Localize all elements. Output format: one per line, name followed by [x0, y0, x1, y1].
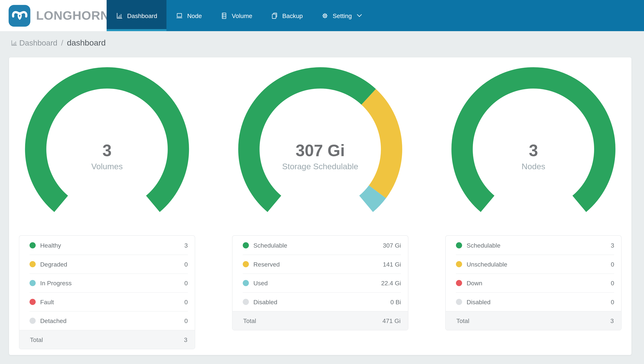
legend-label: Used [254, 280, 268, 286]
legend-label: Detached [40, 317, 66, 324]
top-navbar: LONGHORN Dashboard [0, 0, 644, 31]
legend-row: Unschedulable0 [456, 254, 614, 274]
volumes-gauge-title: Volumes [24, 162, 190, 170]
status-dot-icon [30, 280, 36, 286]
legend-row: Disabled0 Bi [243, 292, 401, 311]
legend-label: Schedulable [254, 242, 288, 248]
legend-total-row: Total 471 Gi [232, 311, 408, 330]
nodes-column: 3 Nodes Schedulable3Unschedulable0Down0D… [445, 66, 622, 355]
status-dot-icon [456, 261, 462, 267]
legend-label: Schedulable [467, 242, 500, 248]
legend-row: Disabled0 [456, 292, 614, 311]
status-dot-icon [30, 299, 36, 305]
nav-item-label: Node [187, 12, 202, 19]
volumes-count: 3 [24, 142, 190, 159]
gauge-arc-segment [36, 78, 178, 204]
dashboard-card: 3 Volumes Healthy3Degraded0In Progress0F… [9, 58, 632, 355]
legend-row: Healthy3 [30, 236, 188, 255]
volumes-legend-table: Healthy3Degraded0In Progress0Fault0Detac… [19, 236, 195, 350]
storage-gauge: 307 Gi Storage Schedulable [238, 66, 403, 232]
bar-chart-icon [11, 39, 18, 46]
legend-value: 0 [184, 317, 188, 324]
legend-row: Schedulable307 Gi [243, 236, 401, 255]
legend-value: 0 [611, 280, 614, 286]
status-dot-icon [243, 280, 249, 286]
nav-item-label: Setting [333, 12, 352, 19]
status-dot-icon [30, 242, 36, 248]
legend-value: 0 [184, 298, 188, 305]
brand-name: LONGHORN [36, 8, 110, 22]
storage-schedulable-value: 307 Gi [238, 142, 403, 159]
legend-label: Disabled [254, 298, 277, 305]
legend-value: 307 Gi [383, 242, 401, 248]
legend-label: Healthy [40, 242, 61, 248]
nodes-gauge-title: Nodes [451, 162, 616, 170]
gauge-arc-segment [249, 78, 369, 204]
legend-value: 3 [611, 242, 614, 248]
legend-value: 0 [184, 280, 188, 286]
volumes-gauge: 3 Volumes [24, 66, 190, 232]
legend-row: In Progress0 [30, 274, 188, 292]
status-dot-icon [456, 280, 462, 286]
storage-legend-table: Schedulable307 GiReserved141 GiUsed22.4 … [232, 236, 408, 330]
gear-icon [322, 12, 328, 19]
legend-label: Reserved [254, 261, 280, 268]
legend-row: Used22.4 Gi [243, 274, 401, 292]
volumes-column: 3 Volumes Healthy3Degraded0In Progress0F… [19, 66, 195, 355]
status-dot-icon [243, 242, 249, 248]
legend-value: 22.4 Gi [381, 280, 401, 286]
legend-label: Degraded [40, 261, 67, 268]
nav-item-setting[interactable]: Setting [312, 0, 372, 31]
legend-value: 3 [184, 242, 188, 248]
bar-chart-icon [116, 12, 123, 19]
nav-item-label: Backup [282, 12, 303, 19]
legend-label: Down [467, 280, 482, 286]
gauge-arc-segment [462, 78, 605, 204]
legend-label: Unschedulable [467, 261, 507, 268]
longhorn-bull-icon [8, 5, 30, 26]
legend-label: In Progress [40, 280, 72, 286]
chevron-down-icon [357, 14, 362, 17]
breadcrumb-separator: / [61, 38, 63, 47]
storage-column: 307 Gi Storage Schedulable Schedulable30… [232, 66, 408, 355]
nodes-count: 3 [451, 142, 616, 159]
legend-row: Detached0 [30, 311, 188, 330]
status-dot-icon [456, 299, 462, 305]
status-dot-icon [30, 261, 36, 267]
legend-total-row: Total 3 [446, 311, 621, 330]
nav-item-volume[interactable]: Volume [211, 0, 262, 31]
nav-item-node[interactable]: Node [166, 0, 211, 31]
legend-value: 0 [184, 261, 188, 268]
nav-item-backup[interactable]: Backup [262, 0, 312, 31]
legend-value: 0 [611, 298, 614, 305]
status-dot-icon [243, 299, 249, 305]
status-dot-icon [30, 318, 36, 324]
longhorn-dashboard-app: LONGHORN Dashboard [0, 0, 644, 364]
breadcrumb-section[interactable]: Dashboard [19, 38, 58, 47]
nav-item-label: Volume [232, 12, 252, 19]
nodes-legend-table: Schedulable3Unschedulable0Down0Disabled0… [445, 236, 622, 330]
breadcrumb-current-page: dashboard [67, 38, 106, 48]
legend-row: Fault0 [30, 292, 188, 311]
database-icon [221, 12, 228, 19]
nav-item-label: Dashboard [127, 12, 157, 19]
legend-value: 141 Gi [383, 261, 401, 268]
legend-row: Reserved141 Gi [243, 254, 401, 274]
legend-value: 0 Bi [390, 298, 401, 305]
copy-icon [271, 12, 278, 19]
brand-logo[interactable]: LONGHORN [0, 0, 106, 31]
nav-item-dashboard[interactable]: Dashboard [106, 0, 166, 31]
laptop-icon [176, 12, 183, 19]
legend-label: Fault [40, 298, 54, 305]
legend-row: Down0 [456, 274, 614, 292]
breadcrumb: Dashboard / dashboard [11, 38, 644, 48]
main-nav: Dashboard Node [106, 0, 372, 31]
legend-row: Degraded0 [30, 254, 188, 274]
storage-gauge-title: Storage Schedulable [238, 162, 403, 170]
status-dot-icon [243, 261, 249, 267]
legend-row: Schedulable3 [456, 236, 614, 255]
nodes-gauge: 3 Nodes [451, 66, 616, 232]
gauge-arc-segment [366, 192, 378, 204]
legend-value: 0 [611, 261, 614, 268]
legend-total-row: Total 3 [19, 330, 195, 349]
